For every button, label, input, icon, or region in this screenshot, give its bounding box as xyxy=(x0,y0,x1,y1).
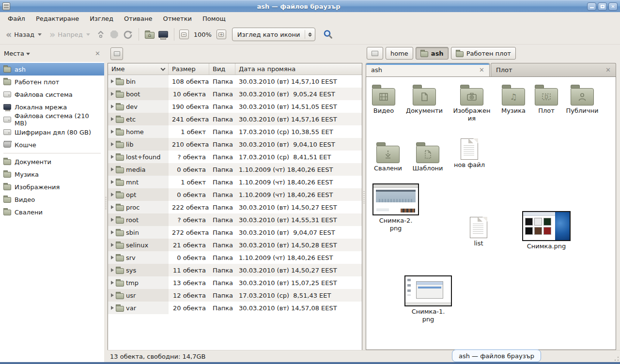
sidebar-item[interactable]: Изображения xyxy=(0,181,104,193)
titlebar[interactable]: ash — файлов браузър ✕ xyxy=(0,0,620,12)
sidebar-item[interactable]: Файлова система xyxy=(0,88,104,101)
column-header-name[interactable]: Име xyxy=(108,63,169,75)
expander-icon[interactable] xyxy=(111,268,114,272)
breadcrumb-home-button[interactable]: home xyxy=(386,47,413,60)
breadcrumb-root-button[interactable] xyxy=(367,47,383,60)
file-item-new-file[interactable]: нов файл xyxy=(451,138,488,169)
image-item-snimka-1[interactable]: Снимка-1. png xyxy=(402,275,455,324)
expander-icon[interactable] xyxy=(111,105,114,108)
sidebar-item[interactable] xyxy=(0,151,104,155)
table-row[interactable]: tmp 13 обекта Папка 30.03.2010 (вт) 15,0… xyxy=(108,276,362,289)
root-location-button[interactable] xyxy=(110,47,123,60)
image-item-snimka-2[interactable]: Снимка-2. png xyxy=(369,183,422,233)
tab-close-icon[interactable]: ✕ xyxy=(479,66,484,74)
expander-icon[interactable] xyxy=(111,130,114,134)
expander-icon[interactable] xyxy=(111,256,114,259)
forward-button[interactable]: » Напред xyxy=(46,29,93,40)
table-row[interactable]: root ? обекта Папка 30.03.2010 (вт) 14,5… xyxy=(108,213,362,226)
column-header-size[interactable]: Размер xyxy=(169,63,209,75)
reload-button[interactable] xyxy=(122,29,134,40)
sidebar-item[interactable]: ash xyxy=(0,63,104,76)
breadcrumb-ash-button[interactable]: ash xyxy=(416,47,449,60)
search-button[interactable] xyxy=(322,29,334,40)
menu-bookmarks[interactable]: Отметки xyxy=(158,14,196,24)
tab-close-icon[interactable]: ✕ xyxy=(605,66,611,74)
expander-icon[interactable] xyxy=(111,243,114,247)
table-row[interactable]: var 20 обекта Папка 30.03.2010 (вт) 14,5… xyxy=(108,302,362,314)
pane-resize-handle[interactable] xyxy=(362,45,366,350)
sidebar-item[interactable]: Свалени xyxy=(0,206,104,218)
table-row[interactable]: sbin 272 обекта Папка 30.03.2010 (вт) 9,… xyxy=(108,226,362,239)
home-button[interactable]: ⌂ xyxy=(144,29,155,40)
table-row[interactable]: lost+found ? обекта Папка 17.03.2010 (ср… xyxy=(108,151,362,163)
column-header-type[interactable]: Вид xyxy=(209,63,235,75)
breadcrumb-desktop-button[interactable]: Работен плот xyxy=(451,47,516,60)
expander-icon[interactable] xyxy=(111,193,114,197)
table-row[interactable]: proc 222 обекта Папка 30.03.2010 (вт) 14… xyxy=(108,201,362,213)
view-mode-select[interactable]: Изглед като икони xyxy=(232,28,315,41)
menu-help[interactable]: Помощ xyxy=(198,14,231,24)
sidebar-title[interactable]: Места xyxy=(4,50,24,57)
expander-icon[interactable] xyxy=(111,155,114,159)
expander-icon[interactable] xyxy=(111,205,114,209)
expander-icon[interactable] xyxy=(111,293,114,297)
folder-item-desktop[interactable]: D Плот xyxy=(529,84,563,115)
sidebar-title-dropdown-icon[interactable] xyxy=(26,53,30,55)
table-row[interactable]: bin 108 обекта Папка 30.03.2010 (вт) 14,… xyxy=(108,75,362,88)
table-row[interactable]: srv 0 обекта Папка 1.10.2009 (чт) 18,40,… xyxy=(108,251,362,264)
tab-ash[interactable]: ash ✕ xyxy=(366,63,490,76)
sidebar-item[interactable]: Документи xyxy=(0,155,104,168)
folder-item-templates[interactable]: Шаблони xyxy=(410,141,446,172)
sidebar-item[interactable]: Шифриран дял (80 GB) xyxy=(0,126,104,138)
expander-icon[interactable] xyxy=(111,167,114,171)
folder-item-documents[interactable]: Документи xyxy=(403,84,445,115)
folder-item-music[interactable]: ♫ Музика xyxy=(496,84,530,115)
zoom-out-button[interactable]: − xyxy=(179,30,189,39)
expander-icon[interactable] xyxy=(111,79,114,83)
folder-item-public[interactable]: Публични xyxy=(563,84,602,115)
file-item-list[interactable]: list xyxy=(462,217,496,247)
table-row[interactable]: media 0 обекта Папка 1.10.2009 (чт) 18,4… xyxy=(108,163,362,176)
table-row[interactable]: lib 210 обекта Папка 30.03.2010 (вт) 9,0… xyxy=(108,138,362,151)
folder-item-downloads[interactable]: Свалени xyxy=(370,141,406,172)
sidebar-item[interactable]: Видео xyxy=(0,193,104,206)
sidebar-item[interactable]: Работен плот xyxy=(0,76,104,88)
back-button[interactable]: « Назад xyxy=(3,29,45,40)
table-row[interactable]: selinux 21 обекта Папка 30.03.2010 (вт) … xyxy=(108,239,362,251)
sidebar-item[interactable]: Локална мрежа xyxy=(0,101,104,113)
table-row[interactable]: etc 241 обекта Папка 30.03.2010 (вт) 14,… xyxy=(108,113,362,125)
expander-icon[interactable] xyxy=(111,117,114,121)
minimize-button[interactable] xyxy=(587,2,596,11)
maximize-button[interactable] xyxy=(598,2,607,11)
expander-icon[interactable] xyxy=(111,281,114,285)
table-row[interactable]: sys 11 обекта Папка 30.03.2010 (вт) 14,5… xyxy=(108,264,362,276)
table-row[interactable]: opt 0 обекта Папка 1.10.2009 (чт) 18,40,… xyxy=(108,188,362,201)
menu-view[interactable]: Изглед xyxy=(85,14,118,24)
expander-icon[interactable] xyxy=(111,306,114,310)
table-row[interactable]: boot 10 обекта Папка 30.03.2010 (вт) 9,0… xyxy=(108,88,362,100)
table-row[interactable]: usr 12 обекта Папка 17.03.2010 (ср) 8,51… xyxy=(108,289,362,302)
pane-resize-handle[interactable] xyxy=(104,45,108,362)
close-button[interactable]: ✕ xyxy=(608,2,618,11)
folder-item-pictures[interactable]: Изображен ия xyxy=(451,84,493,123)
back-dropdown-icon[interactable] xyxy=(38,33,42,36)
zoom-in-button[interactable]: + xyxy=(217,30,226,39)
folder-item-video[interactable]: Видео xyxy=(367,84,401,115)
table-row[interactable]: dev 190 обекта Папка 30.03.2010 (вт) 14,… xyxy=(108,100,362,113)
expander-icon[interactable] xyxy=(111,180,114,184)
expander-icon[interactable] xyxy=(111,230,114,234)
computer-button[interactable] xyxy=(157,29,169,40)
menu-file[interactable]: Файл xyxy=(3,14,30,24)
column-header-date[interactable]: Дата на промяна xyxy=(235,63,362,75)
tab-plot[interactable]: Плот ✕ xyxy=(491,63,616,76)
sidebar-item[interactable]: Кошче xyxy=(0,138,104,151)
sidebar-item[interactable]: Музика xyxy=(0,168,104,181)
image-item-snimka[interactable]: Снимка.png xyxy=(520,211,573,250)
menu-go[interactable]: Отиване xyxy=(119,14,157,24)
table-row[interactable]: home 1 обект Папка 17.03.2010 (ср) 10,38… xyxy=(108,125,362,138)
expander-icon[interactable] xyxy=(111,218,114,222)
sidebar-item[interactable]: Файлова система (210 MB) xyxy=(0,113,104,126)
icon-view[interactable]: Видео Документи xyxy=(366,76,616,350)
expander-icon[interactable] xyxy=(111,92,114,96)
expander-icon[interactable] xyxy=(111,142,114,146)
